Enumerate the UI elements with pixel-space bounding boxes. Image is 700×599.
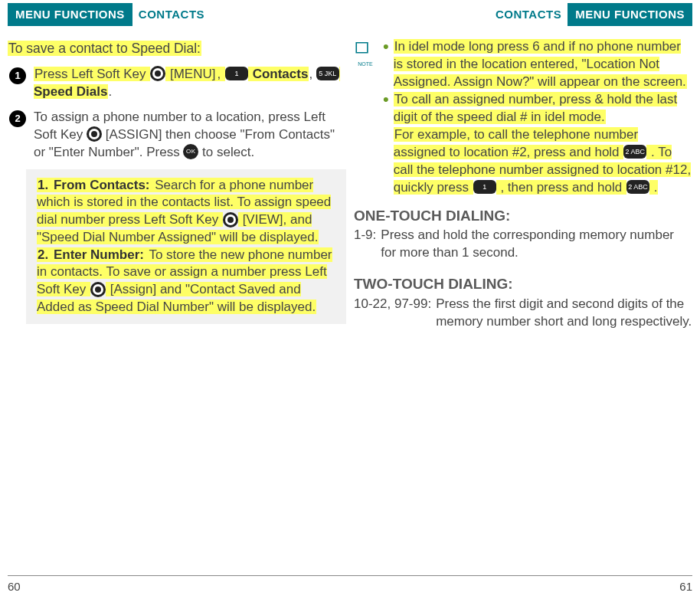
- note-bullet-2: • To call an assigned number, press & ho…: [383, 91, 692, 197]
- step-2-badge: 2: [9, 110, 26, 127]
- step-2: 2 To assign a phone number to a location…: [8, 109, 346, 162]
- softkey-icon: [150, 66, 165, 81]
- speed-dial-title: To save a contact to Speed Dial:: [8, 40, 346, 58]
- header-left: MENU FUNCTIONS CONTACTS: [8, 3, 346, 26]
- key-2-icon: 2 ABC: [626, 180, 649, 194]
- page-number-right: 61: [679, 579, 692, 594]
- step-1-badge: 1: [9, 67, 26, 84]
- bullet-icon: •: [383, 91, 389, 197]
- key-1-icon: 1: [225, 67, 248, 80]
- page-right: CONTACTS MENU FUNCTIONS NOTE • In idel m…: [354, 3, 692, 336]
- step-1: 1 Press Left Soft Key [MENU], 1 Contacts…: [8, 66, 346, 101]
- menu-functions-label: MENU FUNCTIONS: [568, 3, 692, 26]
- two-touch-key: 10-22, 97-99:: [354, 296, 431, 331]
- key-1-icon: 1: [473, 180, 496, 194]
- step-2-body: To assign a phone number to a location, …: [34, 109, 346, 162]
- header-right: CONTACTS MENU FUNCTIONS: [354, 3, 692, 26]
- section-label: CONTACTS: [496, 3, 561, 22]
- two-touch-def: 10-22, 97-99: Press the first digit and …: [354, 296, 692, 331]
- page-left: MENU FUNCTIONS CONTACTS To save a contac…: [8, 3, 346, 336]
- note-bullet-1: • In idel mode long press 6 and if no ph…: [383, 38, 692, 91]
- one-touch-def: 1-9: Press and hold the corresponding me…: [354, 227, 692, 262]
- one-touch-heading: ONE-TOUCH DIALING:: [354, 206, 692, 226]
- key-2-icon: 2 ABC: [623, 145, 646, 159]
- one-touch-val: Press and hold the corresponding memory …: [381, 227, 692, 262]
- note-block: NOTE • In idel mode long press 6 and if …: [354, 38, 692, 196]
- ok-key-icon: OK: [183, 144, 198, 159]
- sub-options-box: 1. From Contacts: Search for a phone num…: [26, 169, 346, 324]
- section-label: CONTACTS: [139, 3, 204, 22]
- menu-functions-label: MENU FUNCTIONS: [8, 3, 132, 26]
- softkey-icon: [223, 212, 238, 227]
- softkey-icon: [90, 282, 106, 297]
- softkey-icon: [87, 126, 102, 142]
- note-icon: NOTE: [354, 40, 377, 196]
- step-1-body: Press Left Soft Key [MENU], 1 Contacts, …: [34, 66, 346, 101]
- two-touch-val: Press the first digit and second digits …: [436, 296, 692, 331]
- footer: 60 61: [8, 575, 692, 594]
- speed-dial-title-text: To save a contact to Speed Dial:: [8, 41, 201, 56]
- one-touch-key: 1-9:: [354, 227, 376, 262]
- note-body: • In idel mode long press 6 and if no ph…: [383, 38, 692, 196]
- key-5-icon: 5 JKL: [316, 67, 339, 80]
- two-touch-heading: TWO-TOUCH DIALING:: [354, 274, 692, 294]
- note-label: NOTE: [354, 61, 377, 67]
- bullet-icon: •: [383, 38, 389, 91]
- page-number-left: 60: [8, 579, 21, 594]
- sub-option-2: 2. Enter Number: To store the new phone …: [37, 247, 337, 316]
- sub-option-1: 1. From Contacts: Search for a phone num…: [37, 177, 337, 247]
